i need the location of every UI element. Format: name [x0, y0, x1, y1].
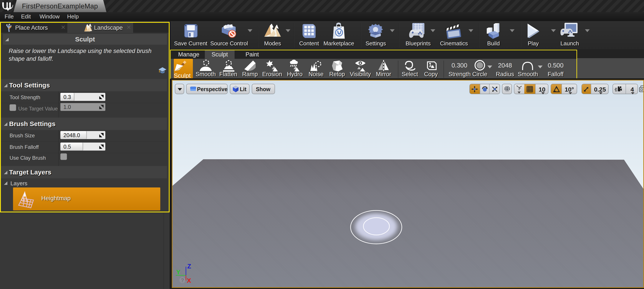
svg-text:Z: Z	[187, 263, 191, 270]
svg-text:?: ?	[181, 277, 184, 283]
svg-text:Y: Y	[176, 269, 180, 276]
svg-text:X: X	[187, 277, 191, 284]
